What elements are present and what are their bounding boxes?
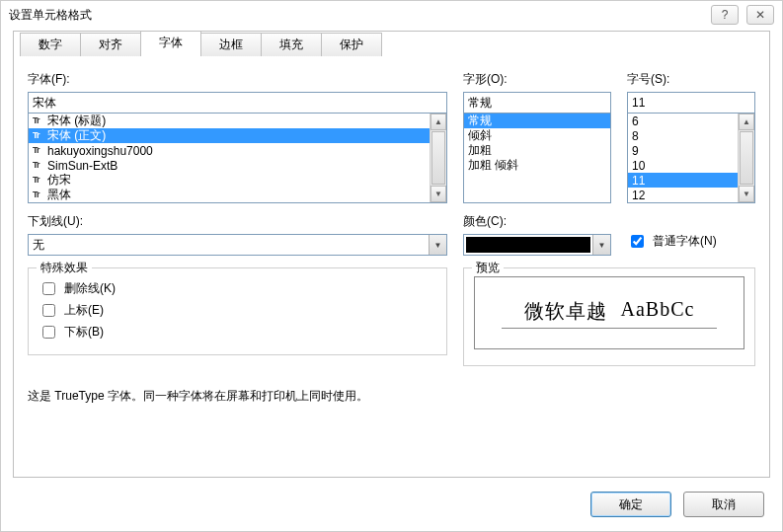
style-item: 加粗: [464, 143, 610, 158]
preview-legend: 预览: [472, 260, 504, 276]
font-input[interactable]: [28, 92, 447, 114]
font-item: Tr黑体: [29, 188, 430, 202]
tab-protection[interactable]: 保护: [321, 33, 382, 56]
font-item: Trhakuyoxingshu7000: [29, 143, 430, 158]
cancel-button[interactable]: 取消: [683, 492, 764, 517]
preview-sample-cn: 微软卓越: [524, 298, 607, 325]
subscript-checkbox[interactable]: 下标(B): [39, 323, 436, 342]
tab-fill[interactable]: 填充: [261, 33, 322, 56]
tab-border[interactable]: 边框: [200, 33, 262, 56]
font-item: Tr宋体 (正文): [29, 128, 430, 143]
preview-sample-en: AaBbCc: [621, 298, 695, 325]
style-item: 倾斜: [464, 128, 610, 143]
size-item: 11: [628, 173, 738, 188]
close-button[interactable]: ✕: [746, 5, 774, 25]
truetype-icon: Tr: [33, 175, 44, 186]
truetype-icon: Tr: [33, 130, 44, 141]
scroll-up-icon[interactable]: ▲: [739, 114, 754, 130]
scroll-up-icon[interactable]: ▲: [431, 114, 446, 130]
scroll-down-icon[interactable]: ▼: [739, 186, 754, 202]
size-item: 10: [628, 158, 738, 173]
normal-font-label: 普通字体(N): [653, 233, 717, 250]
dialog-frame: 数字 对齐 字体 边框 填充 保护 字体(F): Tr宋体 (标题) Tr宋体 …: [13, 31, 770, 478]
preview-box: 微软卓越 AaBbCc: [474, 276, 744, 349]
color-combo[interactable]: ▼: [463, 234, 611, 256]
size-item: 12: [628, 188, 738, 202]
font-item: Tr仿宋: [29, 173, 430, 188]
truetype-icon: Tr: [33, 115, 44, 126]
preview-group: 预览 微软卓越 AaBbCc: [463, 267, 755, 366]
super-check[interactable]: [42, 304, 55, 317]
scroll-down-icon[interactable]: ▼: [431, 186, 446, 202]
superscript-checkbox[interactable]: 上标(E): [39, 301, 436, 320]
style-item: 加粗 倾斜: [464, 158, 610, 173]
ok-button[interactable]: 确定: [590, 492, 671, 517]
titlebar: 设置单元格格式 ? ✕: [1, 1, 782, 29]
effects-legend: 特殊效果: [37, 260, 92, 276]
size-scrollbar[interactable]: ▲ ▼: [738, 114, 754, 202]
size-input[interactable]: [627, 92, 755, 114]
size-item: 9: [628, 143, 738, 158]
truetype-icon: Tr: [33, 190, 44, 200]
scroll-thumb[interactable]: [740, 131, 753, 185]
tab-strip: 数字 对齐 字体 边框 填充 保护: [20, 31, 769, 56]
font-item: TrSimSun-ExtB: [29, 158, 430, 173]
font-item: Tr宋体 (标题): [29, 114, 430, 128]
tab-alignment[interactable]: 对齐: [80, 33, 141, 56]
underline-label: 下划线(U):: [28, 213, 447, 230]
format-cells-dialog: 设置单元格格式 ? ✕ 数字 对齐 字体 边框 填充 保护 字体(F):: [0, 0, 783, 532]
underline-combo[interactable]: 无 ▼: [28, 234, 447, 256]
style-label: 字形(O):: [463, 71, 611, 88]
dialog-title: 设置单元格格式: [9, 1, 92, 29]
size-label: 字号(S):: [627, 71, 755, 88]
tab-body: 字体(F): Tr宋体 (标题) Tr宋体 (正文) Trhakuyoxings…: [14, 57, 769, 477]
normal-font-check[interactable]: [631, 235, 644, 248]
normal-font-checkbox[interactable]: 普通字体(N): [627, 232, 717, 251]
underline-value: 无: [29, 235, 429, 255]
scroll-thumb[interactable]: [431, 131, 445, 185]
size-listbox[interactable]: 6 8 9 10 11 12 ▲ ▼: [627, 113, 755, 203]
truetype-hint: 这是 TrueType 字体。同一种字体将在屏幕和打印机上同时使用。: [28, 388, 755, 405]
style-input[interactable]: [463, 92, 611, 114]
font-listbox[interactable]: Tr宋体 (标题) Tr宋体 (正文) Trhakuyoxingshu7000 …: [28, 113, 447, 203]
tab-font[interactable]: 字体: [140, 31, 201, 56]
size-item: 6: [628, 114, 738, 128]
truetype-icon: Tr: [33, 160, 44, 171]
size-item: 8: [628, 128, 738, 143]
truetype-icon: Tr: [33, 145, 44, 156]
sub-check[interactable]: [42, 326, 55, 339]
color-swatch: [466, 237, 590, 253]
strike-checkbox[interactable]: 删除线(K): [39, 279, 436, 298]
strike-check[interactable]: [42, 282, 55, 295]
chevron-down-icon[interactable]: ▼: [592, 235, 610, 255]
color-label: 颜色(C):: [463, 213, 611, 230]
style-listbox[interactable]: 常规 倾斜 加粗 加粗 倾斜: [463, 113, 611, 203]
tab-number[interactable]: 数字: [20, 33, 81, 56]
style-item: 常规: [464, 114, 610, 128]
font-scrollbar[interactable]: ▲ ▼: [430, 114, 446, 202]
chevron-down-icon[interactable]: ▼: [429, 235, 446, 255]
font-label: 字体(F):: [28, 71, 447, 88]
effects-group: 特殊效果 删除线(K) 上标(E) 下标(B): [28, 267, 447, 355]
help-button[interactable]: ?: [711, 5, 739, 25]
